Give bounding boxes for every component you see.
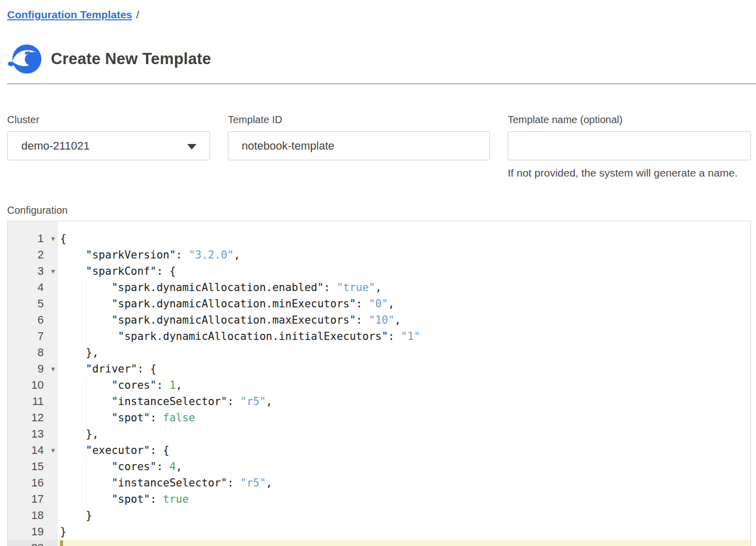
code-line[interactable]: "spark.dynamicAllocation.initialExecutor… xyxy=(57,328,750,344)
gutter-line-number: 10 xyxy=(8,377,57,393)
code-line[interactable]: "executor": { xyxy=(57,442,750,458)
page-header: Create New Template xyxy=(7,44,751,74)
code-line[interactable]: }, xyxy=(57,426,750,442)
gutter-line-number: 15 xyxy=(8,458,57,475)
fold-arrow-icon[interactable]: ▾ xyxy=(51,263,55,279)
code-line[interactable]: "spark.dynamicAllocation.enabled": "true… xyxy=(57,279,750,296)
indent-guide xyxy=(86,377,86,393)
text-cursor xyxy=(60,540,63,546)
fold-arrow-icon[interactable]: ▾ xyxy=(51,442,55,458)
gutter-line-number: 8 xyxy=(8,344,57,361)
code-line[interactable]: "spark.dynamicAllocation.maxExecutors": … xyxy=(57,312,750,328)
breadcrumb-separator: / xyxy=(136,9,139,20)
indent-guide xyxy=(86,393,86,410)
code-line[interactable]: "cores": 1, xyxy=(57,377,750,393)
header-divider xyxy=(7,83,756,84)
breadcrumb: Configuration Templates/ xyxy=(7,0,751,21)
gutter-line-number: 7 xyxy=(8,328,57,344)
code-line[interactable]: }, xyxy=(57,344,750,361)
indent-guide xyxy=(86,410,86,426)
code-line[interactable]: "instanceSelector": "r5", xyxy=(57,393,750,410)
gutter-line-number: 2 xyxy=(8,247,57,263)
code-line[interactable]: "spot": false xyxy=(57,410,750,426)
template-name-helper-text: If not provided, the system will generat… xyxy=(508,167,751,179)
page-title: Create New Template xyxy=(51,50,211,68)
template-id-label: Template ID xyxy=(228,114,490,126)
indent-guide xyxy=(86,279,86,296)
create-template-page: Configuration Templates/ Create New Temp… xyxy=(0,0,756,546)
gutter-line-number: 3▾ xyxy=(8,263,57,279)
gutter-line-number: 14▾ xyxy=(8,442,57,458)
indent-guide xyxy=(86,491,86,507)
code-line[interactable]: "sparkVersion": "3.2.0", xyxy=(57,247,750,263)
gutter-line-number: 1▾ xyxy=(8,231,57,247)
gutter-line-number: 13 xyxy=(8,426,57,442)
template-name-input[interactable] xyxy=(508,131,751,160)
gutter-line-number: 11 xyxy=(8,393,57,410)
code-line[interactable]: "driver": { xyxy=(57,361,750,377)
code-line[interactable]: "instanceSelector": "r5", xyxy=(57,475,750,491)
gutter-line-number: 12 xyxy=(8,410,57,426)
code-line[interactable] xyxy=(57,540,750,546)
breadcrumb-link-configuration-templates[interactable]: Configuration Templates xyxy=(7,9,132,20)
gutter-line-number: 4 xyxy=(8,279,57,296)
fold-arrow-icon[interactable]: ▾ xyxy=(51,231,55,247)
chevron-down-icon xyxy=(187,144,196,150)
template-name-label: Template name (optional) xyxy=(508,114,751,126)
code-line[interactable]: "sparkConf": { xyxy=(57,263,750,279)
cluster-select-value: demo-211021 xyxy=(21,139,90,153)
indent-guide xyxy=(86,458,86,475)
fold-arrow-icon[interactable]: ▾ xyxy=(51,361,55,377)
template-id-input[interactable] xyxy=(228,131,490,160)
gutter-line-number: 18 xyxy=(8,507,57,524)
template-form: Cluster demo-211021 Template ID Template… xyxy=(7,114,751,179)
cluster-label: Cluster xyxy=(7,114,210,126)
gutter-line-number: 17 xyxy=(8,491,57,507)
gutter-line-number: 19 xyxy=(8,524,57,540)
gutter-line-number: 5 xyxy=(8,296,57,312)
indent-guide xyxy=(86,475,86,491)
gutter-line-number: 9▾ xyxy=(8,361,57,377)
configuration-code-editor[interactable]: 1▾23▾456789▾1011121314▾151617181920 { "s… xyxy=(7,221,751,546)
ocean-wave-logo-icon xyxy=(7,44,42,74)
code-line[interactable]: "spark.dynamicAllocation.minExecutors": … xyxy=(57,296,750,312)
editor-code[interactable]: { "sparkVersion": "3.2.0", "sparkConf": … xyxy=(57,221,750,546)
cluster-select[interactable]: demo-211021 xyxy=(7,131,210,160)
configuration-label: Configuration xyxy=(7,205,751,216)
gutter-line-number: 16 xyxy=(8,475,57,491)
indent-guide xyxy=(86,312,86,328)
indent-guide xyxy=(86,296,86,312)
gutter-line-number: 20 xyxy=(8,540,57,546)
code-line[interactable]: "spot": true xyxy=(57,491,750,507)
code-line[interactable]: { xyxy=(57,231,750,247)
gutter-line-number: 6 xyxy=(8,312,57,328)
editor-gutter: 1▾23▾456789▾1011121314▾151617181920 xyxy=(8,221,57,546)
code-line[interactable]: } xyxy=(57,507,750,524)
code-line[interactable]: } xyxy=(57,524,750,540)
indent-guide xyxy=(86,328,86,344)
code-line[interactable]: "cores": 4, xyxy=(57,458,750,475)
